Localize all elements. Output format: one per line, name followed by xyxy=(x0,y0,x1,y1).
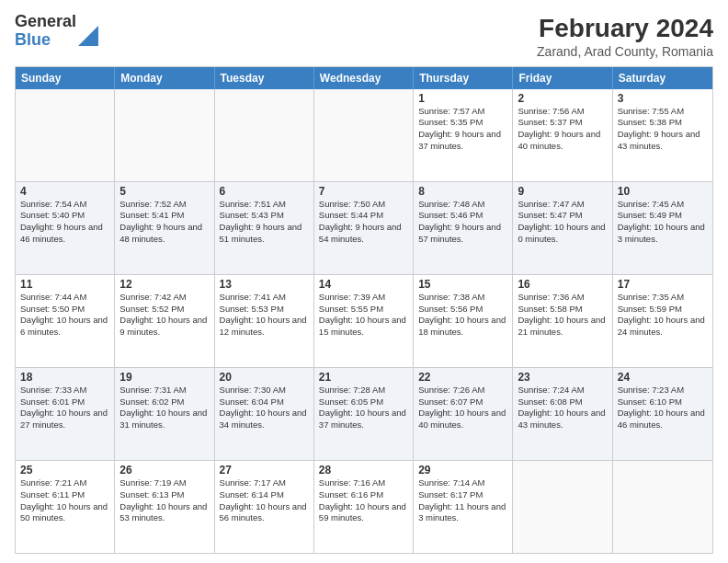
calendar-cell-0-3 xyxy=(314,89,414,181)
day-info: Sunrise: 7:39 AM Sunset: 5:55 PM Dayligh… xyxy=(319,292,408,339)
calendar-row-0: 1Sunrise: 7:57 AM Sunset: 5:35 PM Daylig… xyxy=(16,89,712,182)
calendar-cell-0-4: 1Sunrise: 7:57 AM Sunset: 5:35 PM Daylig… xyxy=(414,89,513,181)
calendar-cell-4-2: 27Sunrise: 7:17 AM Sunset: 6:14 PM Dayli… xyxy=(215,461,314,553)
svg-marker-0 xyxy=(78,26,98,46)
day-info: Sunrise: 7:31 AM Sunset: 6:02 PM Dayligh… xyxy=(119,385,209,431)
calendar-cell-0-1 xyxy=(115,89,214,181)
header: General Blue February 2024 Zarand, Arad … xyxy=(15,13,713,59)
calendar-cell-1-2: 6Sunrise: 7:51 AM Sunset: 5:43 PM Daylig… xyxy=(215,182,314,274)
day-info: Sunrise: 7:45 AM Sunset: 5:49 PM Dayligh… xyxy=(618,199,708,246)
day-number: 12 xyxy=(119,278,209,291)
day-info: Sunrise: 7:42 AM Sunset: 5:52 PM Dayligh… xyxy=(119,292,209,339)
calendar-cell-2-6: 17Sunrise: 7:35 AM Sunset: 5:59 PM Dayli… xyxy=(613,275,712,367)
weekday-header-monday: Monday xyxy=(115,67,214,89)
day-info: Sunrise: 7:48 AM Sunset: 5:46 PM Dayligh… xyxy=(418,199,507,246)
day-info: Sunrise: 7:44 AM Sunset: 5:50 PM Dayligh… xyxy=(20,292,109,339)
calendar-cell-0-5: 2Sunrise: 7:56 AM Sunset: 5:37 PM Daylig… xyxy=(513,89,612,181)
logo: General Blue xyxy=(15,13,98,50)
calendar-cell-1-6: 10Sunrise: 7:45 AM Sunset: 5:49 PM Dayli… xyxy=(613,182,712,274)
calendar-body: 1Sunrise: 7:57 AM Sunset: 5:35 PM Daylig… xyxy=(16,89,712,553)
day-info: Sunrise: 7:50 AM Sunset: 5:44 PM Dayligh… xyxy=(319,199,408,246)
weekday-header-wednesday: Wednesday xyxy=(314,67,414,89)
page-subtitle: Zarand, Arad County, Romania xyxy=(537,44,713,59)
day-number: 23 xyxy=(518,371,607,384)
logo-blue-text: Blue xyxy=(15,31,76,50)
day-info: Sunrise: 7:23 AM Sunset: 6:10 PM Dayligh… xyxy=(618,385,708,431)
calendar-cell-0-0 xyxy=(16,89,115,181)
day-info: Sunrise: 7:26 AM Sunset: 6:07 PM Dayligh… xyxy=(418,385,507,431)
calendar-cell-3-6: 24Sunrise: 7:23 AM Sunset: 6:10 PM Dayli… xyxy=(613,368,712,460)
calendar-cell-4-3: 28Sunrise: 7:16 AM Sunset: 6:16 PM Dayli… xyxy=(314,461,414,553)
day-info: Sunrise: 7:35 AM Sunset: 5:59 PM Dayligh… xyxy=(618,292,708,339)
day-number: 14 xyxy=(319,278,408,291)
calendar-cell-0-2 xyxy=(215,89,314,181)
day-number: 8 xyxy=(418,185,507,198)
day-info: Sunrise: 7:47 AM Sunset: 5:47 PM Dayligh… xyxy=(518,199,607,246)
calendar-row-2: 11Sunrise: 7:44 AM Sunset: 5:50 PM Dayli… xyxy=(16,275,712,368)
day-number: 5 xyxy=(119,185,209,198)
day-number: 24 xyxy=(618,371,708,384)
page-title: February 2024 xyxy=(537,13,713,44)
weekday-header-tuesday: Tuesday xyxy=(215,67,314,89)
day-number: 20 xyxy=(220,371,309,384)
day-number: 6 xyxy=(220,185,309,198)
day-number: 28 xyxy=(319,464,408,477)
day-info: Sunrise: 7:41 AM Sunset: 5:53 PM Dayligh… xyxy=(220,292,309,339)
day-number: 26 xyxy=(119,464,209,477)
day-number: 18 xyxy=(20,371,109,384)
calendar-cell-3-4: 22Sunrise: 7:26 AM Sunset: 6:07 PM Dayli… xyxy=(414,368,513,460)
day-info: Sunrise: 7:17 AM Sunset: 6:14 PM Dayligh… xyxy=(220,477,309,524)
day-info: Sunrise: 7:16 AM Sunset: 6:16 PM Dayligh… xyxy=(319,477,408,524)
calendar-row-4: 25Sunrise: 7:21 AM Sunset: 6:11 PM Dayli… xyxy=(16,461,712,553)
calendar-cell-2-2: 13Sunrise: 7:41 AM Sunset: 5:53 PM Dayli… xyxy=(215,275,314,367)
calendar-cell-2-5: 16Sunrise: 7:36 AM Sunset: 5:58 PM Dayli… xyxy=(513,275,612,367)
day-info: Sunrise: 7:30 AM Sunset: 6:04 PM Dayligh… xyxy=(220,385,309,431)
day-number: 17 xyxy=(618,278,708,291)
day-info: Sunrise: 7:14 AM Sunset: 6:17 PM Dayligh… xyxy=(418,477,507,524)
calendar-cell-2-4: 15Sunrise: 7:38 AM Sunset: 5:56 PM Dayli… xyxy=(414,275,513,367)
calendar-cell-1-3: 7Sunrise: 7:50 AM Sunset: 5:44 PM Daylig… xyxy=(314,182,414,274)
calendar-cell-2-0: 11Sunrise: 7:44 AM Sunset: 5:50 PM Dayli… xyxy=(16,275,115,367)
weekday-header-thursday: Thursday xyxy=(414,67,513,89)
calendar-cell-3-0: 18Sunrise: 7:33 AM Sunset: 6:01 PM Dayli… xyxy=(16,368,115,460)
calendar-cell-4-6 xyxy=(613,461,712,553)
day-number: 4 xyxy=(20,185,109,198)
day-info: Sunrise: 7:54 AM Sunset: 5:40 PM Dayligh… xyxy=(20,199,109,246)
day-number: 10 xyxy=(618,185,708,198)
day-number: 15 xyxy=(418,278,507,291)
calendar-cell-3-3: 21Sunrise: 7:28 AM Sunset: 6:05 PM Dayli… xyxy=(314,368,414,460)
day-number: 29 xyxy=(418,464,507,477)
weekday-header-saturday: Saturday xyxy=(613,67,712,89)
calendar-row-3: 18Sunrise: 7:33 AM Sunset: 6:01 PM Dayli… xyxy=(16,368,712,461)
day-info: Sunrise: 7:57 AM Sunset: 5:35 PM Dayligh… xyxy=(418,106,507,153)
day-number: 27 xyxy=(220,464,309,477)
day-number: 13 xyxy=(220,278,309,291)
day-info: Sunrise: 7:51 AM Sunset: 5:43 PM Dayligh… xyxy=(220,199,309,246)
calendar-cell-1-1: 5Sunrise: 7:52 AM Sunset: 5:41 PM Daylig… xyxy=(115,182,214,274)
calendar-cell-2-1: 12Sunrise: 7:42 AM Sunset: 5:52 PM Dayli… xyxy=(115,275,214,367)
weekday-header-sunday: Sunday xyxy=(16,67,115,89)
day-number: 7 xyxy=(319,185,408,198)
day-info: Sunrise: 7:55 AM Sunset: 5:38 PM Dayligh… xyxy=(618,106,708,153)
day-info: Sunrise: 7:24 AM Sunset: 6:08 PM Dayligh… xyxy=(518,385,607,431)
day-number: 25 xyxy=(20,464,109,477)
weekday-header-friday: Friday xyxy=(513,67,612,89)
calendar-cell-4-0: 25Sunrise: 7:21 AM Sunset: 6:11 PM Dayli… xyxy=(16,461,115,553)
calendar-cell-1-4: 8Sunrise: 7:48 AM Sunset: 5:46 PM Daylig… xyxy=(414,182,513,274)
header-right: February 2024 Zarand, Arad County, Roman… xyxy=(537,13,713,59)
day-info: Sunrise: 7:36 AM Sunset: 5:58 PM Dayligh… xyxy=(518,292,607,339)
day-number: 2 xyxy=(518,92,607,105)
day-number: 22 xyxy=(418,371,507,384)
calendar-cell-2-3: 14Sunrise: 7:39 AM Sunset: 5:55 PM Dayli… xyxy=(314,275,414,367)
day-number: 16 xyxy=(518,278,607,291)
calendar-cell-4-4: 29Sunrise: 7:14 AM Sunset: 6:17 PM Dayli… xyxy=(414,461,513,553)
calendar-cell-3-5: 23Sunrise: 7:24 AM Sunset: 6:08 PM Dayli… xyxy=(513,368,612,460)
day-info: Sunrise: 7:19 AM Sunset: 6:13 PM Dayligh… xyxy=(119,477,209,524)
calendar-cell-4-5 xyxy=(513,461,612,553)
day-number: 3 xyxy=(618,92,708,105)
calendar-cell-3-1: 19Sunrise: 7:31 AM Sunset: 6:02 PM Dayli… xyxy=(115,368,214,460)
calendar-cell-4-1: 26Sunrise: 7:19 AM Sunset: 6:13 PM Dayli… xyxy=(115,461,214,553)
calendar-row-1: 4Sunrise: 7:54 AM Sunset: 5:40 PM Daylig… xyxy=(16,182,712,275)
day-info: Sunrise: 7:28 AM Sunset: 6:05 PM Dayligh… xyxy=(319,385,408,431)
calendar-cell-3-2: 20Sunrise: 7:30 AM Sunset: 6:04 PM Dayli… xyxy=(215,368,314,460)
